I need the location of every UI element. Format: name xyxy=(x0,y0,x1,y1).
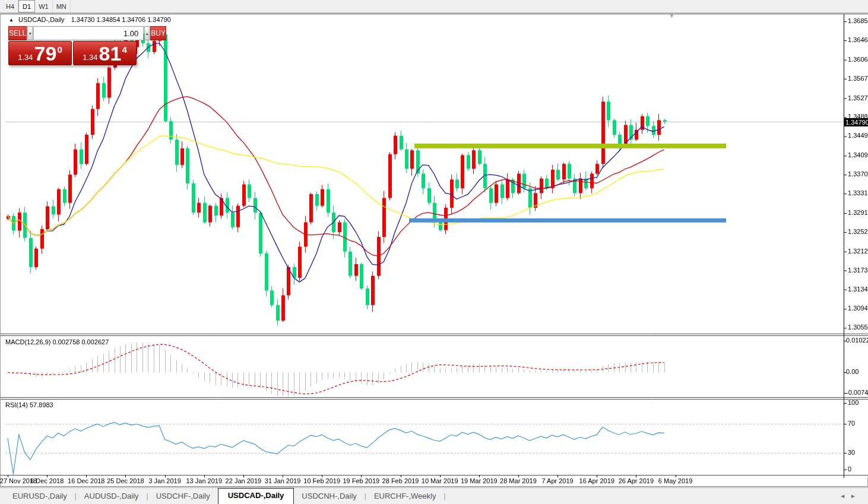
tab-scroll-left-icon[interactable]: ◄ xyxy=(840,493,850,499)
volume-up-button[interactable]: ▲ xyxy=(144,26,150,40)
chevron-up-icon: ▲ xyxy=(145,31,149,36)
date-axis-label: 16 Apr 2019 xyxy=(579,477,614,484)
volume-input[interactable] xyxy=(33,26,144,40)
symbol-tab-audusd[interactable]: AUDUSD-,Daily xyxy=(77,489,147,504)
timeframe-toolbar: H4D1W1MN xyxy=(0,0,868,13)
timeframe-button-h4[interactable]: H4 xyxy=(2,0,18,12)
price-axis-label: 1.34490 xyxy=(848,132,868,139)
buy-price-main: 81 xyxy=(99,43,122,64)
macd-axis-label: 0.010229 xyxy=(846,337,868,344)
price-axis-label: 1.34090 xyxy=(848,151,868,159)
date-axis-label: 3 Jan 2019 xyxy=(148,477,180,484)
macd-axis-label: -0.007477 xyxy=(846,389,868,396)
price-axis-label: 1.30940 xyxy=(848,305,868,312)
price-axis-label: 1.36060 xyxy=(848,56,868,63)
tab-scroll-right-icon[interactable]: ► xyxy=(850,493,861,499)
symbol-tab-usdcnh[interactable]: USDCNH-,Daily xyxy=(294,489,364,504)
symbol-tab-usdchf[interactable]: USDCHF-,Daily xyxy=(148,489,218,504)
timeframe-button-d1[interactable]: D1 xyxy=(18,0,35,12)
chart-window: ▲ USDCAD-,Daily 1.34730 1.34854 1.34706 … xyxy=(0,14,868,487)
timeframe-button-mn[interactable]: MN xyxy=(53,0,71,12)
date-axis-label: 6 Dec 2018 xyxy=(30,477,64,484)
buy-button[interactable]: BUY xyxy=(150,26,166,40)
price-axis-label: 1.32120 xyxy=(848,248,868,255)
symbol-tab-bar: EURUSD-,Daily|AUDUSD-,Daily|USDCHF-,Dail… xyxy=(0,487,868,504)
chart-shift-marker-icon[interactable]: ▼ xyxy=(669,13,674,19)
buy-price-prefix: 1.34 xyxy=(83,53,97,62)
date-axis-label: 22 Jan 2019 xyxy=(226,477,262,484)
chart-ohlc-values: 1.34730 1.34854 1.34706 1.34790 xyxy=(71,16,171,23)
chart-title: USDCAD-,Daily xyxy=(18,16,65,23)
date-axis-label: 28 Feb 2019 xyxy=(382,477,419,484)
price-axis-label: 1.35270 xyxy=(848,94,868,102)
sell-price-panel[interactable]: 1.34 79 0 xyxy=(8,41,72,65)
price-chart-canvas[interactable] xyxy=(1,14,868,478)
rsi-axis-label: 100 xyxy=(848,399,859,406)
price-axis-label: 1.36850 xyxy=(848,17,868,24)
price-axis-label: 1.32520 xyxy=(848,228,868,235)
buy-price-pipette: 4 xyxy=(122,45,126,55)
rsi-axis-label: 70 xyxy=(848,420,855,427)
price-axis-label: 1.35670 xyxy=(848,75,868,82)
date-axis-label: 28 Mar 2019 xyxy=(500,477,537,484)
price-axis-label: 1.31730 xyxy=(848,267,868,274)
macd-axis-label: 0.00 xyxy=(846,368,859,375)
price-axis-label: 1.36460 xyxy=(848,36,868,43)
date-axis-label: 19 Mar 2019 xyxy=(461,477,498,484)
volume-down-button[interactable]: ▼ xyxy=(27,26,33,40)
last-price-label: 1.34790 xyxy=(844,118,868,126)
date-axis-label: 7 Apr 2019 xyxy=(541,477,573,484)
date-axis-label: 6 May 2019 xyxy=(658,477,692,484)
rsi-axis-label: 30 xyxy=(848,449,855,456)
date-axis-label: 10 Feb 2019 xyxy=(303,477,340,484)
price-axis-label: 1.31340 xyxy=(848,286,868,293)
buy-price-panel[interactable]: 1.34 81 4 xyxy=(73,41,137,65)
timeframe-button-w1[interactable]: W1 xyxy=(35,0,53,12)
date-axis-label: 19 Feb 2019 xyxy=(343,477,379,484)
date-axis-label: 31 Jan 2019 xyxy=(265,477,301,484)
price-axis-label: 1.32910 xyxy=(848,209,868,216)
rsi-label: RSI(14) 57.8983 xyxy=(5,401,53,408)
sell-price-main: 79 xyxy=(34,43,57,64)
price-axis-label: 1.33700 xyxy=(848,170,868,177)
date-axis-label: 25 Dec 2018 xyxy=(107,477,144,484)
tab-separator: | xyxy=(443,492,445,504)
date-axis-label: 16 Dec 2018 xyxy=(68,477,104,484)
chart-header: ▲ USDCAD-,Daily 1.34730 1.34854 1.34706 … xyxy=(9,16,171,23)
price-axis-label: 1.30550 xyxy=(848,324,868,331)
date-axis-label: 26 Apr 2019 xyxy=(619,477,654,484)
sell-button[interactable]: SELL xyxy=(8,26,27,40)
symbol-tab-eurchf[interactable]: EURCHF-,Weekly xyxy=(366,489,444,504)
date-axis-label: 13 Jan 2019 xyxy=(186,477,222,484)
rsi-axis-label: 0 xyxy=(848,465,851,473)
sell-price-pipette: 0 xyxy=(57,45,62,55)
date-axis-label: 10 Mar 2019 xyxy=(422,477,458,484)
trade-widget: SELL ▼ ▲ BUY 1.34 79 0 1.34 81 4 xyxy=(8,26,137,65)
chart-collapse-icon[interactable]: ▲ xyxy=(9,17,14,23)
symbol-tab-eurusd[interactable]: EURUSD-,Daily xyxy=(5,489,75,504)
chevron-down-icon: ▼ xyxy=(28,31,32,36)
price-axis-label: 1.33310 xyxy=(848,189,868,196)
symbol-tab-usdcad[interactable]: USDCAD-,Daily xyxy=(218,488,294,504)
macd-label: MACD(12,26,9) 0.002758 0.002627 xyxy=(5,338,109,345)
sell-price-prefix: 1.34 xyxy=(18,53,33,62)
